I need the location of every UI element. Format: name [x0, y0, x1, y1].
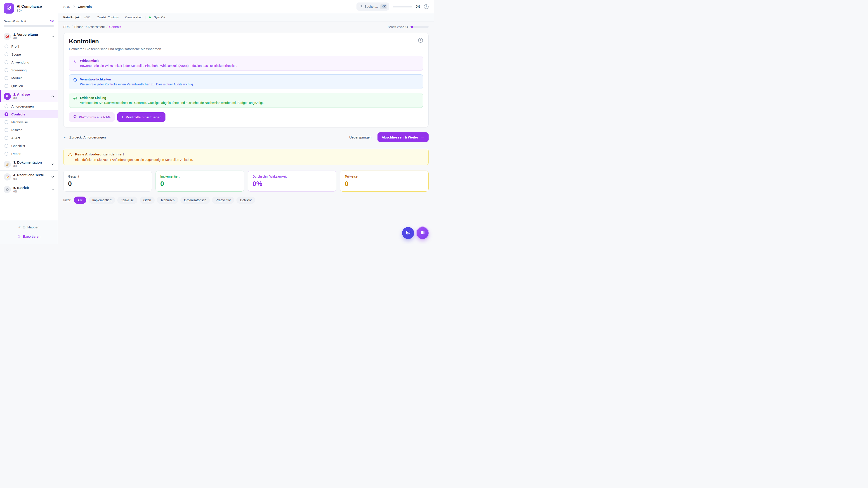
filter-chip-implementiert[interactable]: Implementiert [89, 197, 115, 204]
search-icon [359, 4, 363, 9]
export-button[interactable]: Exportieren [15, 232, 43, 240]
info-title: Evidence-Linking [80, 96, 264, 100]
chat-bubble-icon [405, 230, 411, 236]
stat-label: Teilweise [345, 175, 424, 178]
target-icon [4, 33, 11, 40]
stat-card-teilweise: Teilweise 0 [340, 170, 429, 192]
item-label: Screening [11, 68, 27, 72]
overall-progress-label: Gesamtfortschritt [4, 20, 26, 23]
filter-chip-alle[interactable]: Alle [74, 197, 86, 204]
gear-icon [4, 186, 11, 193]
radio-icon [4, 44, 8, 48]
sidebar-footer: « Einklappen Exportieren [0, 220, 58, 244]
step-progress-fill [410, 26, 413, 28]
crumb-phase[interactable]: Phase 1: Assessment [74, 25, 105, 29]
arrow-right-icon: → [421, 135, 424, 139]
section-title: 3. Dokumentation [13, 160, 49, 164]
app-title: AI Compliance [17, 4, 42, 8]
add-control-button[interactable]: + Kontrolle hinzufuegen [117, 112, 165, 122]
chevron-right-icon [72, 5, 75, 8]
help-icon[interactable]: ? [424, 4, 429, 9]
item-label: Risiken [11, 128, 22, 132]
filter-chip-offen[interactable]: Offen [140, 197, 155, 204]
radio-selected-icon [4, 112, 8, 116]
app-logo-row: AI Compliance SDK [0, 0, 58, 17]
section-percent: 0% [13, 97, 49, 100]
section-percent: 0% [13, 177, 49, 181]
chevron-down-icon [51, 162, 55, 166]
ai-controls-label: KI-Controls aus RAG [79, 115, 111, 119]
controls-card: Kontrollen ? Definieren Sie technische u… [63, 33, 429, 127]
sidebar-item-anforderungen[interactable]: Anforderungen [0, 102, 58, 110]
warning-banner: Keine Anforderungen definiert Bitte defi… [63, 149, 429, 165]
sidebar-item-report[interactable]: Report [0, 150, 58, 158]
page-title: Kontrollen [69, 38, 99, 45]
crumb-root[interactable]: SDK [63, 25, 70, 29]
back-button[interactable]: ← Zurueck: Anforderungen [63, 135, 106, 139]
search-shortcut-badge: ⌘K [380, 4, 387, 9]
info-text: Bewerten Sie die Wirksamkeit jeder Kontr… [80, 64, 237, 68]
slash: / [72, 25, 72, 29]
search-input[interactable]: Suchen... ⌘K [356, 2, 389, 11]
page-subtitle: Definieren Sie technische und organisato… [69, 47, 423, 51]
sidebar-item-risiken[interactable]: Risiken [0, 126, 58, 134]
section-title: 4. Rechtliche Texte [13, 173, 49, 177]
search-placeholder: Suchen... [365, 5, 378, 8]
sidebar-item-screening[interactable]: Screening [0, 66, 58, 74]
sidebar-item-controls[interactable]: Controls [0, 110, 58, 118]
sidebar: AI Compliance SDK Gesamtfortschritt 0% 1… [0, 0, 58, 244]
filter-chip-detektiv[interactable]: Detektiv [237, 197, 255, 204]
project-version: V001 [84, 15, 91, 19]
sidebar-item-scope[interactable]: Scope [0, 51, 58, 58]
filter-chip-technisch[interactable]: Technisch [157, 197, 178, 204]
divider [94, 16, 94, 19]
collapse-sidebar-button[interactable]: « Einklappen [16, 223, 41, 231]
sidebar-section-betrieb[interactable]: 5. Betrieb 0% [0, 183, 58, 196]
sidebar-item-ai-act[interactable]: AI Act [0, 134, 58, 142]
header-breadcrumb: SDK Controls [63, 5, 92, 8]
back-label: Zurueck: Anforderungen [69, 135, 106, 139]
radio-icon [4, 104, 8, 108]
lightbulb-icon [73, 115, 77, 119]
filter-chip-praeventiv[interactable]: Praeventiv [212, 197, 234, 204]
sidebar-section-rechtliche-texte[interactable]: 4. Rechtliche Texte 0% [0, 170, 58, 183]
pencil-icon [4, 173, 11, 181]
breadcrumb-root[interactable]: SDK [63, 5, 70, 8]
step-progress-track [410, 26, 429, 28]
stat-label: Gesamt [68, 175, 147, 178]
info-text: Verknuepfen Sie Nachweise direkt mit Con… [80, 101, 264, 105]
sidebar-item-module[interactable]: Module [0, 74, 58, 82]
chat-fab-button[interactable] [402, 227, 414, 239]
sidebar-item-quellen[interactable]: Quellen [0, 82, 58, 90]
item-label: Checklist [11, 144, 25, 148]
sidebar-item-nachweise[interactable]: Nachweise [0, 118, 58, 126]
item-label: Profil [11, 44, 19, 48]
floating-buttons [402, 227, 429, 239]
app-logo [4, 3, 14, 13]
finish-next-button[interactable]: Abschliessen & Weiter → [377, 132, 429, 142]
stat-card-gesamt: Gesamt 0 [63, 170, 152, 192]
sidebar-section-dokumentation[interactable]: 3. Dokumentation 0% [0, 158, 58, 170]
main-area: SDK Controls Suchen... ⌘K 0% ? Kein Proj… [58, 0, 434, 244]
stat-value: 0 [68, 180, 147, 188]
sidebar-section-vorbereitung[interactable]: 1. Vorbereitung 0% [0, 30, 58, 42]
collapse-label: Einklappen [23, 225, 39, 229]
skip-button[interactable]: Ueberspringen [349, 135, 371, 139]
section-items-vorbereitung: Profil Scope Anwendung Screening Module … [0, 42, 58, 90]
collapse-icon: « [18, 225, 20, 229]
header-progress-value: 0% [416, 5, 420, 8]
divider [146, 16, 146, 19]
card-help-icon[interactable]: ? [418, 38, 423, 43]
page-breadcrumb: SDK / Phase 1: Assessment / Controls [63, 25, 121, 29]
radio-icon [4, 53, 8, 56]
overall-progress-value: 0% [50, 20, 54, 23]
sidebar-item-profil[interactable]: Profil [0, 42, 58, 51]
sidebar-item-anwendung[interactable]: Anwendung [0, 58, 58, 66]
columns-fab-button[interactable] [416, 227, 429, 239]
sidebar-item-checklist[interactable]: Checklist [0, 142, 58, 150]
upload-icon [18, 234, 21, 238]
sidebar-section-analyse[interactable]: 2. Analyse 0% [0, 90, 58, 102]
filter-chip-teilweise[interactable]: Teilweise [117, 197, 137, 204]
ai-controls-button[interactable]: KI-Controls aus RAG [69, 112, 115, 122]
filter-chip-organisatorisch[interactable]: Organisatorisch [180, 197, 210, 204]
